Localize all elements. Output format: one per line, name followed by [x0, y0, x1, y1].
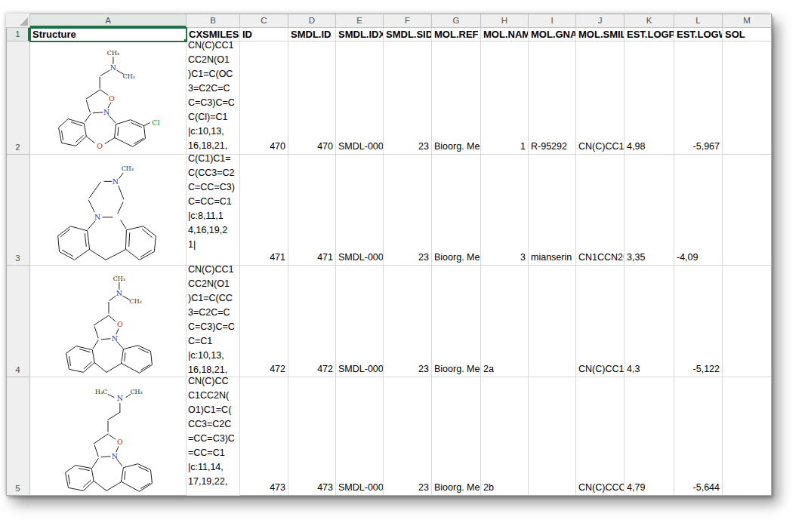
cell-A4[interactable]: CH₃ CH₃ N O N	[30, 266, 187, 377]
nitrogen-label: N	[103, 107, 109, 115]
cell-G4[interactable]: Bioorg. Med.	[432, 266, 481, 377]
cell-B4[interactable]: CN(C)CC1 CC2N(O1 )C1=C(CC 3=C2C=C C=C3)C…	[187, 266, 240, 377]
row-header-3[interactable]: 3	[6, 155, 30, 266]
column-header-E[interactable]: E	[336, 14, 384, 28]
cell-A2[interactable]: CH₃ CH₃ N O N O Cl	[30, 42, 187, 155]
select-all-triangle-icon	[20, 17, 28, 26]
cell-G1[interactable]: MOL.REF	[432, 28, 481, 42]
row-header-5[interactable]: 5	[6, 377, 30, 496]
cell-F2[interactable]: 23	[384, 42, 432, 155]
cxsmiles-text: CN(C)CC1 CC2N(O1 )C1=C(OC 3=C2C=C C=C3)C…	[188, 42, 239, 153]
cell-I2[interactable]: R-95292	[529, 42, 576, 155]
cell-J4[interactable]: CN(C)CC1CC2N(O1)C1=C(CC3=C2C=CC=C3)C=CC=…	[576, 266, 625, 377]
cell-H1[interactable]: MOL.NAME	[481, 28, 529, 42]
cell-M3[interactable]	[723, 155, 772, 266]
cell-L1[interactable]: EST.LOGWSOL	[674, 28, 723, 42]
oxygen-label: O	[97, 142, 103, 150]
cell-C3[interactable]: 471	[240, 155, 288, 266]
cell-I5[interactable]	[529, 377, 576, 496]
column-header-A[interactable]: A	[30, 14, 187, 28]
nitrogen-label: N	[112, 177, 118, 186]
cell-E5[interactable]: SMDL-000473	[336, 377, 384, 496]
column-header-B[interactable]: B	[187, 14, 240, 28]
row-header-4[interactable]: 4	[6, 266, 30, 377]
cell-A5[interactable]: H₃C CH₃ N O N	[30, 377, 187, 496]
methyl-label: CH₃	[113, 275, 125, 281]
cell-J2[interactable]: CN(C)CC1CC2N(O1)C1=C(OC3=C2C=CC=C3)C=CC(…	[576, 42, 625, 155]
cell-M1[interactable]: SOL	[723, 28, 772, 42]
oxygen-label: O	[116, 319, 122, 328]
cell-G5[interactable]: Bioorg. Med.	[432, 377, 481, 496]
cell-L5[interactable]: -5,644	[674, 377, 723, 496]
cell-C5[interactable]: 473	[240, 377, 288, 496]
cell-L3[interactable]: -4,09	[674, 155, 723, 266]
cell-J5[interactable]: CN(C)CCC1CC2N(O1)C1=C(CC3=C2C=CC=C3)C=CC…	[576, 377, 625, 496]
cell-L2[interactable]: -5,967	[674, 42, 723, 155]
cell-B5[interactable]: CN(C)CC C1CC2N( O1)C1=C( CC3=C2C =CC=C3)…	[187, 377, 240, 496]
column-header-I[interactable]: I	[529, 14, 576, 28]
molecule-structure-470: CH₃ CH₃ N O N O Cl	[31, 43, 186, 153]
cell-E4[interactable]: SMDL-000472	[336, 266, 384, 377]
fill-handle[interactable]	[183, 38, 187, 42]
cell-J1[interactable]: MOL.SMILES	[576, 28, 625, 42]
methyl-label: CH₃	[106, 49, 119, 56]
cell-D5[interactable]: 473	[288, 377, 336, 496]
molecule-structure-473: H₃C CH₃ N O N	[31, 380, 186, 494]
cell-F5[interactable]: 23	[384, 377, 432, 496]
cell-B2[interactable]: CN(C)CC1 CC2N(O1 )C1=C(OC 3=C2C=C C=C3)C…	[187, 42, 240, 155]
cell-L4[interactable]: -5,122	[674, 266, 723, 377]
cell-F4[interactable]: 23	[384, 266, 432, 377]
cell-K3[interactable]: 3,35	[625, 155, 674, 266]
cell-M4[interactable]	[723, 266, 772, 377]
cell-G2[interactable]: Bioorg. Med.	[432, 42, 481, 155]
molecule-structure-471: CH₃ N N	[31, 157, 186, 263]
oxygen-label: O	[109, 94, 115, 102]
cell-F3[interactable]: 23	[384, 155, 432, 266]
cell-K5[interactable]: 4,79	[625, 377, 674, 496]
cell-F1[interactable]: SMDL.SID	[384, 28, 432, 42]
cell-A3[interactable]: CH₃ N N	[30, 155, 187, 266]
cell-I3[interactable]: mianserin	[529, 155, 576, 266]
cell-M2[interactable]	[723, 42, 772, 155]
cell-D3[interactable]: 471	[288, 155, 336, 266]
cell-E1[interactable]: SMDL.IDX	[336, 28, 384, 42]
cell-B1[interactable]: CXSMILES	[187, 28, 240, 42]
cell-K4[interactable]: 4,3	[625, 266, 674, 377]
column-header-J[interactable]: J	[576, 14, 625, 28]
column-header-C[interactable]: C	[240, 14, 288, 28]
cell-D4[interactable]: 472	[288, 266, 336, 377]
cell-E3[interactable]: SMDL-000471	[336, 155, 384, 266]
row-header-1[interactable]: 1	[6, 28, 30, 42]
row-header-2[interactable]: 2	[6, 42, 30, 155]
column-header-H[interactable]: H	[481, 14, 529, 28]
molecule-structure-472: CH₃ CH₃ N O N	[31, 268, 186, 375]
methyl-label: H₃C	[95, 388, 107, 395]
cell-I1[interactable]: MOL.GNAME	[529, 28, 576, 42]
column-header-K[interactable]: K	[625, 14, 674, 28]
column-header-M[interactable]: M	[723, 14, 772, 28]
column-header-L[interactable]: L	[674, 14, 723, 28]
cell-G3[interactable]: Bioorg. Med.	[432, 155, 481, 266]
cell-H3[interactable]: 3	[481, 155, 529, 266]
cell-D2[interactable]: 470	[288, 42, 336, 155]
cell-C1[interactable]: ID	[240, 28, 288, 42]
column-header-D[interactable]: D	[288, 14, 336, 28]
column-header-F[interactable]: F	[384, 14, 432, 28]
select-all-corner[interactable]	[6, 14, 30, 28]
cell-D1[interactable]: SMDL.ID	[288, 28, 336, 42]
cell-E2[interactable]: SMDL-000470	[336, 42, 384, 155]
cell-H4[interactable]: 2a	[481, 266, 529, 377]
cell-K2[interactable]: 4,98	[625, 42, 674, 155]
cell-C2[interactable]: 470	[240, 42, 288, 155]
cell-H5[interactable]: 2b	[481, 377, 529, 496]
cell-K1[interactable]: EST.LOGP	[625, 28, 674, 42]
cell-B3[interactable]: C(C1)C1= C(CC3=C2 C=CC=C3) C=CC=C1 |c:8,…	[187, 155, 240, 266]
cell-J3[interactable]: CN1CCN2C(C1)C1=C(CC3=C2C=CC=C3)C=CC=C1	[576, 155, 625, 266]
cell-M5[interactable]	[723, 377, 772, 496]
column-header-G[interactable]: G	[432, 14, 481, 28]
cell-H2[interactable]: 1	[481, 42, 529, 155]
cell-A1-selected[interactable]: Structure	[30, 28, 187, 42]
cell-I4[interactable]	[529, 266, 576, 377]
nitrogen-label: N	[116, 289, 122, 297]
cell-C4[interactable]: 472	[240, 266, 288, 377]
